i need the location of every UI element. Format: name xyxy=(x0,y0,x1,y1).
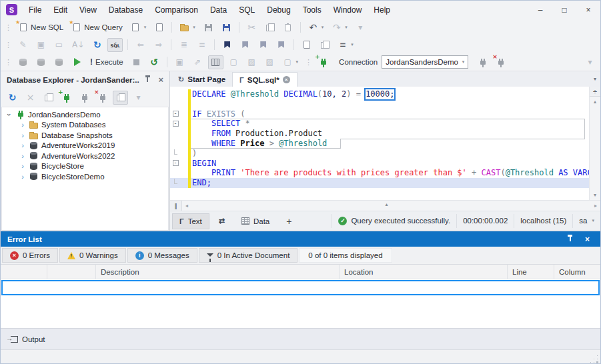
save-all-icon[interactable] xyxy=(219,21,234,35)
scroll-up-icon[interactable]: ▴ xyxy=(594,97,596,107)
image-icon[interactable]: ▨ xyxy=(244,55,259,69)
refresh-schema-icon[interactable]: ↻ xyxy=(92,40,102,50)
snapshot-icon[interactable]: ▣ xyxy=(36,40,46,50)
code-line[interactable]: -IF EXISTS ( xyxy=(170,109,589,119)
layout-icon[interactable]: ▢ xyxy=(229,57,239,67)
results-grid-icon[interactable] xyxy=(211,57,221,67)
screenshot-icon[interactable]: ▣ xyxy=(175,57,185,67)
toolbar-grip[interactable]: ⋮ xyxy=(5,23,11,32)
toolbar-options-icon[interactable]: ▾ xyxy=(356,23,366,33)
query-structure-icon[interactable] xyxy=(317,38,332,52)
clear-bookmarks-icon[interactable] xyxy=(276,40,286,50)
toolbar-grip[interactable]: ⋮ xyxy=(305,58,312,67)
database-new-icon[interactable] xyxy=(18,57,28,67)
window-layout-icon[interactable]: ▢ xyxy=(283,57,293,67)
menu-file[interactable]: File xyxy=(23,1,47,19)
execute-play-icon[interactable] xyxy=(69,55,85,69)
database-edit-icon[interactable] xyxy=(36,57,46,67)
new-connection-icon[interactable]: + xyxy=(318,57,328,67)
tree-item[interactable]: ›System Databases xyxy=(2,120,168,131)
open-file-icon[interactable] xyxy=(179,23,189,33)
code-line[interactable]: - SELECT * xyxy=(170,119,589,129)
scroll-down-icon[interactable]: ▾ xyxy=(594,190,596,200)
next-bookmark-icon[interactable] xyxy=(255,38,271,52)
menu-tools[interactable]: Tools xyxy=(297,1,328,19)
warnings-filter[interactable]: 0 Warnings xyxy=(59,248,126,263)
fold-collapse-icon[interactable]: - xyxy=(173,160,179,166)
expand-arrow-icon[interactable]: › xyxy=(19,132,26,139)
connect-icon[interactable] xyxy=(475,55,490,69)
find-object-icon[interactable] xyxy=(113,91,128,105)
fold-collapse-icon[interactable]: - xyxy=(173,121,179,127)
menu-database[interactable]: Database xyxy=(103,1,149,19)
disconnect-icon[interactable]: × xyxy=(95,91,110,105)
new-connection-icon[interactable]: + xyxy=(316,55,331,69)
comments-icon[interactable]: ≡ xyxy=(338,40,348,50)
menu-debug[interactable]: Debug xyxy=(261,1,296,19)
screenshot-icon[interactable]: ▣ xyxy=(172,55,187,69)
expand-arrow-icon[interactable]: › xyxy=(6,111,13,118)
database-edit-icon[interactable] xyxy=(33,55,49,69)
history-icon[interactable]: ↺ xyxy=(149,57,159,67)
add-results-tab[interactable]: + xyxy=(279,213,299,229)
redo-icon[interactable]: ↷▾ xyxy=(329,21,350,35)
new-object-icon[interactable] xyxy=(154,23,164,33)
expand-arrow-icon[interactable]: › xyxy=(19,173,26,180)
disconnect-icon[interactable]: × xyxy=(496,57,506,67)
image-icon[interactable]: ▨ xyxy=(247,57,257,67)
sort-icon[interactable]: A↓ xyxy=(72,40,84,50)
snapshot-icon[interactable]: ▣ xyxy=(33,38,49,52)
new-object-icon[interactable] xyxy=(151,21,167,35)
validate-document-icon[interactable] xyxy=(302,40,312,50)
duplicate-icon[interactable] xyxy=(41,91,56,105)
code-line[interactable] xyxy=(170,99,589,109)
undo-icon[interactable]: ↶▾ xyxy=(306,21,327,35)
database-check-icon[interactable] xyxy=(51,55,67,69)
disconnect-icon[interactable]: × xyxy=(493,55,508,69)
connect-icon[interactable] xyxy=(77,91,92,105)
menu-window[interactable]: Window xyxy=(328,1,368,19)
copy-icon[interactable] xyxy=(265,23,275,33)
format-sql-icon[interactable]: ✓SQL xyxy=(110,40,120,50)
new-sql-button[interactable]: ★New SQL xyxy=(15,21,66,35)
undo-icon[interactable]: ↶ xyxy=(308,23,318,33)
indent-increase-icon[interactable]: ⇒ xyxy=(153,40,163,50)
execute-play-icon[interactable] xyxy=(72,57,82,67)
refresh-icon[interactable]: ↻ xyxy=(5,91,20,105)
save-icon[interactable] xyxy=(201,21,216,35)
next-bookmark-icon[interactable] xyxy=(258,40,268,50)
active-document-filter[interactable]: 0 In Active Document xyxy=(199,248,298,263)
refresh-icon[interactable]: ↻ xyxy=(7,93,17,103)
tab-close-icon[interactable]: × xyxy=(283,76,290,83)
menu-help[interactable]: Help xyxy=(368,1,396,19)
stop-icon[interactable] xyxy=(129,55,144,69)
minimize-button[interactable]: – xyxy=(528,1,552,19)
indent-decrease-icon[interactable]: ⇐ xyxy=(133,38,148,52)
column-header-location[interactable]: Location xyxy=(340,265,508,279)
copy-icon[interactable] xyxy=(262,21,277,35)
image-export-icon[interactable]: ▨ xyxy=(262,55,277,69)
save-all-icon[interactable] xyxy=(221,23,231,33)
toolbar-grip[interactable]: ⋮ xyxy=(5,41,11,49)
tree-item[interactable]: ›BicycleStoreDemo xyxy=(2,171,168,182)
new-connection-icon[interactable]: + xyxy=(61,93,71,103)
tab-sql-sql-[interactable]: ΓSQL.sql*× xyxy=(232,72,297,87)
edit-snippet-icon[interactable]: ✎ xyxy=(15,38,31,52)
column-header-column[interactable]: Column xyxy=(554,265,600,279)
find-object-icon[interactable] xyxy=(115,93,125,103)
disconnect-icon[interactable]: × xyxy=(97,93,107,103)
layout-icon[interactable]: ▢ xyxy=(226,55,241,69)
expand-arrow-icon[interactable]: › xyxy=(19,121,26,128)
column-header[interactable] xyxy=(1,265,47,279)
swap-view-icon[interactable]: ⇄ xyxy=(211,213,232,229)
prev-bookmark-icon[interactable] xyxy=(240,40,250,50)
pin-icon[interactable] xyxy=(147,77,148,82)
code-line[interactable]: DECLARE @Threshold DECIMAL(10, 2) = 1000… xyxy=(170,89,589,99)
column-header-description[interactable]: Description xyxy=(96,265,340,279)
toolbar-grip[interactable]: ⋮ xyxy=(5,58,11,67)
horizontal-scrollbar[interactable]: ∥ ◂ ▴ ▸ xyxy=(170,200,600,211)
uncomment-lines-icon[interactable]: ≡ xyxy=(194,38,209,52)
tab-list-icon[interactable]: ▾ xyxy=(594,76,596,82)
menu-data[interactable]: Data xyxy=(204,1,233,19)
tree-root[interactable]: ›JordanSandersDemo xyxy=(2,109,168,120)
